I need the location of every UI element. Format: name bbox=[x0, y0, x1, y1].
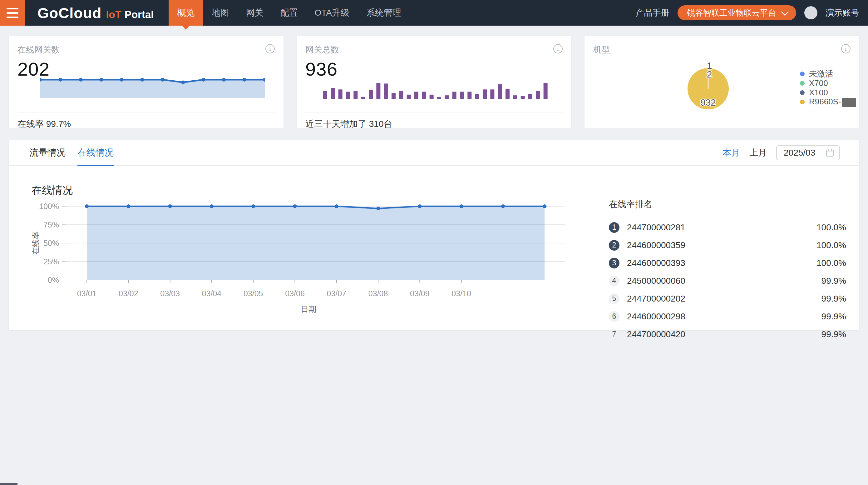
nav-item-2[interactable]: 网关 bbox=[237, 0, 272, 26]
gateway-id: 244600000298 bbox=[627, 312, 685, 321]
ranking-row-7: 724470000042099.9% bbox=[609, 325, 846, 343]
calendar-icon bbox=[826, 148, 834, 157]
card-model-types: 机型 i 12932 未激活X700X100R9660S- bbox=[585, 36, 859, 129]
gateway-id: 244600000393 bbox=[627, 258, 685, 268]
redacted-text-block bbox=[842, 98, 856, 107]
gateway-id: 244700000202 bbox=[627, 294, 685, 304]
month-picker[interactable]: 2025/03 bbox=[776, 145, 840, 160]
svg-text:在线率: 在线率 bbox=[31, 232, 40, 255]
ranking-row-3: 3244600000393100.0% bbox=[609, 254, 846, 272]
svg-text:03/07: 03/07 bbox=[327, 289, 347, 298]
ranking-list: 1244700000281100.0%2244600000359100.0%32… bbox=[609, 219, 846, 343]
avatar[interactable] bbox=[804, 6, 817, 19]
logo-portal: Portal bbox=[125, 9, 154, 21]
card-total-title: 网关总数 bbox=[305, 44, 339, 55]
horizontal-scrollbar-thumb[interactable] bbox=[0, 483, 18, 485]
svg-text:0%: 0% bbox=[48, 276, 59, 284]
legend-label: 未激活 bbox=[809, 68, 833, 79]
svg-text:03/02: 03/02 bbox=[119, 289, 138, 298]
detail-section: 流量情况 在线情况 本月 上月 2025/03 在线情况 100%75%50%2… bbox=[9, 140, 859, 330]
ranking-row-6: 624460000029899.9% bbox=[609, 308, 846, 325]
svg-text:03/06: 03/06 bbox=[285, 289, 305, 298]
gateway-id: 245000000060 bbox=[627, 276, 685, 286]
tab-online[interactable]: 在线情况 bbox=[78, 140, 114, 166]
info-icon[interactable]: i bbox=[841, 44, 850, 53]
legend-label: R9660S- bbox=[809, 97, 856, 107]
rank-badge: 3 bbox=[609, 258, 619, 268]
total-added-footer: 近三十天增加了 310台 bbox=[305, 112, 563, 129]
top-header: GoCloud IoT Portal 概览地图网关配置OTA升级系统管理 产品手… bbox=[0, 0, 868, 26]
nav-item-5[interactable]: 系统管理 bbox=[358, 0, 410, 26]
hamburger-icon bbox=[6, 8, 19, 9]
model-legend: 未激活X700X100R9660S- bbox=[800, 69, 856, 107]
model-pie-chart: 12932 bbox=[662, 36, 781, 126]
tab-traffic[interactable]: 流量情况 bbox=[29, 140, 66, 166]
nav-item-1[interactable]: 地图 bbox=[203, 0, 237, 26]
svg-text:75%: 75% bbox=[43, 220, 59, 229]
rank-badge: 4 bbox=[609, 276, 619, 286]
period-controls: 本月 上月 2025/03 bbox=[722, 145, 859, 160]
card-online-title: 在线网关数 bbox=[18, 44, 60, 55]
ranking-row-1: 1244700000281100.0% bbox=[609, 219, 846, 236]
online-rate-value: 99.9% bbox=[822, 294, 846, 304]
card-model-title: 机型 bbox=[593, 44, 610, 55]
svg-text:03/10: 03/10 bbox=[452, 289, 471, 298]
svg-text:25%: 25% bbox=[43, 257, 59, 266]
total-gateways-value: 936 bbox=[305, 58, 563, 80]
chevron-down-icon bbox=[781, 8, 789, 16]
legend-item-1[interactable]: X700 bbox=[800, 79, 856, 88]
last-month-button[interactable]: 上月 bbox=[749, 147, 767, 159]
legend-item-0[interactable]: 未激活 bbox=[800, 69, 856, 79]
main-nav: 概览地图网关配置OTA升级系统管理 bbox=[168, 0, 409, 26]
legend-label: X700 bbox=[809, 79, 828, 88]
nav-item-3[interactable]: 配置 bbox=[272, 0, 306, 26]
svg-text:日期: 日期 bbox=[301, 305, 316, 313]
app-logo: GoCloud IoT Portal bbox=[37, 4, 154, 22]
svg-text:03/09: 03/09 bbox=[410, 289, 430, 298]
online-rate-line-chart: 100%75%50%25%0%03/0103/0203/0303/0403/05… bbox=[9, 166, 602, 330]
legend-label: X100 bbox=[809, 88, 828, 97]
product-manual-link[interactable]: 产品手册 bbox=[636, 7, 670, 19]
total-gateways-bar-chart bbox=[323, 83, 551, 100]
info-icon[interactable]: i bbox=[553, 44, 563, 53]
rank-badge: 2 bbox=[609, 240, 619, 251]
rank-badge: 5 bbox=[609, 293, 619, 304]
legend-dot bbox=[800, 81, 805, 86]
online-chart-area: 在线情况 100%75%50%25%0%03/0103/0203/0303/04… bbox=[9, 166, 859, 330]
logo-iot: IoT bbox=[106, 9, 121, 21]
ranking-row-2: 2244600000359100.0% bbox=[609, 236, 846, 254]
nav-item-0[interactable]: 概览 bbox=[168, 0, 203, 26]
rank-badge: 6 bbox=[609, 311, 619, 322]
platform-dropdown-label: 锐谷智联工业物联云平台 bbox=[687, 7, 776, 19]
info-icon[interactable]: i bbox=[266, 44, 275, 53]
rank-badge: 1 bbox=[609, 222, 619, 233]
this-month-button[interactable]: 本月 bbox=[722, 147, 740, 159]
svg-text:50%: 50% bbox=[43, 239, 59, 248]
legend-dot bbox=[800, 90, 805, 95]
svg-text:03/04: 03/04 bbox=[202, 289, 222, 298]
platform-dropdown-button[interactable]: 锐谷智联工业物联云平台 bbox=[678, 5, 796, 20]
online-rate-ranking: 在线率排名 1244700000281100.0%224460000035910… bbox=[609, 198, 846, 343]
logo-brand: GoCloud bbox=[37, 4, 101, 22]
online-rate-value: 100.0% bbox=[816, 258, 846, 268]
account-name: 演示账号 bbox=[826, 7, 859, 19]
online-sparkline-chart bbox=[40, 73, 265, 104]
legend-item-2[interactable]: X100 bbox=[800, 88, 856, 97]
gateway-id: 244600000359 bbox=[627, 240, 685, 250]
ranking-row-4: 424500000006099.9% bbox=[609, 272, 846, 290]
svg-text:100%: 100% bbox=[39, 202, 59, 210]
ranking-row-5: 524470000020299.9% bbox=[609, 290, 846, 308]
legend-item-3[interactable]: R9660S- bbox=[800, 97, 856, 107]
online-rate-value: 100.0% bbox=[816, 240, 846, 250]
svg-text:03/03: 03/03 bbox=[160, 289, 180, 298]
legend-dot bbox=[800, 100, 805, 104]
month-picker-value: 2025/03 bbox=[784, 148, 826, 158]
card-online-gateways: 在线网关数 i 202 在线率 99.7% bbox=[9, 36, 283, 129]
svg-text:03/08: 03/08 bbox=[368, 289, 388, 298]
header-right: 产品手册 锐谷智联工业物联云平台 演示账号 bbox=[636, 0, 868, 26]
nav-item-4[interactable]: OTA升级 bbox=[306, 0, 358, 26]
online-rate-value: 99.9% bbox=[822, 312, 846, 321]
stat-cards-row: 在线网关数 i 202 在线率 99.7% 网关总数 i 936 近三十天增加了… bbox=[9, 36, 859, 129]
hamburger-menu-button[interactable] bbox=[0, 0, 25, 26]
online-rate-value: 99.9% bbox=[822, 276, 846, 286]
